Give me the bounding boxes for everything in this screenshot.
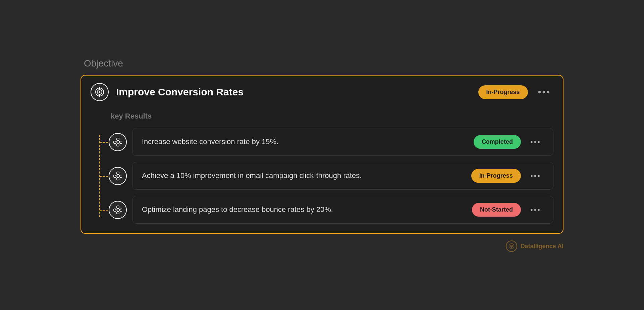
target-icon (95, 87, 104, 97)
kr-icon (109, 201, 127, 219)
kr-icon-wrapper (109, 167, 127, 185)
kr-network-icon (113, 138, 122, 146)
kr-status-badge[interactable]: In-Progress (471, 169, 521, 183)
key-result-item: Achieve a 10% improvement in email campa… (91, 162, 553, 190)
kr-text: Optimize landing pages to decrease bounc… (142, 205, 465, 215)
objective-card: Improve Conversion Rates In-Progress •••… (80, 75, 564, 234)
key-results-label: key Results (111, 112, 553, 121)
kr-more-options[interactable]: ••• (528, 138, 544, 146)
watermark-text: Datalligence AI (521, 243, 564, 250)
svg-rect-26 (117, 206, 119, 208)
objective-header: Improve Conversion Rates In-Progress ••• (81, 76, 563, 108)
svg-rect-9 (117, 144, 119, 146)
svg-point-36 (511, 246, 512, 247)
svg-rect-8 (117, 138, 119, 140)
kr-icon (109, 167, 127, 185)
svg-rect-18 (117, 178, 119, 180)
objective-icon (91, 83, 109, 101)
watermark-icon (506, 240, 517, 252)
kr-status-badge[interactable]: Completed (474, 135, 521, 149)
kr-card: Achieve a 10% improvement in email campa… (132, 162, 553, 190)
kr-network-icon (113, 172, 122, 180)
watermark: Datalligence AI (80, 240, 564, 252)
svg-point-2 (99, 91, 101, 93)
key-result-item: Optimize landing pages to decrease bounc… (91, 196, 553, 224)
kr-status-badge[interactable]: Not-Started (472, 203, 521, 217)
svg-rect-17 (117, 172, 119, 174)
key-results-section: key Results (81, 108, 563, 233)
objective-status-badge[interactable]: In-Progress (478, 85, 528, 99)
kr-network-icon (113, 206, 122, 214)
kr-text: Increase website conversion rate by 15%. (142, 137, 467, 147)
kr-icon-wrapper (109, 133, 127, 151)
key-results-list: Increase website conversion rate by 15%.… (91, 128, 553, 224)
kr-more-options[interactable]: ••• (528, 172, 544, 180)
objective-more-options[interactable]: ••• (535, 87, 553, 97)
main-container: Objective Improve Conversion Rates In-Pr… (60, 45, 584, 265)
kr-icon (109, 133, 127, 151)
objective-title: Improve Conversion Rates (116, 86, 471, 98)
kr-card: Optimize landing pages to decrease bounc… (132, 196, 553, 224)
kr-more-options[interactable]: ••• (528, 206, 544, 214)
key-result-item: Increase website conversion rate by 15%.… (91, 128, 553, 156)
kr-icon-wrapper (109, 201, 127, 219)
kr-text: Achieve a 10% improvement in email campa… (142, 171, 465, 181)
watermark-logo-icon (508, 243, 515, 249)
svg-rect-27 (117, 212, 119, 214)
section-label: Objective (80, 58, 564, 69)
kr-card: Increase website conversion rate by 15%.… (132, 128, 553, 156)
